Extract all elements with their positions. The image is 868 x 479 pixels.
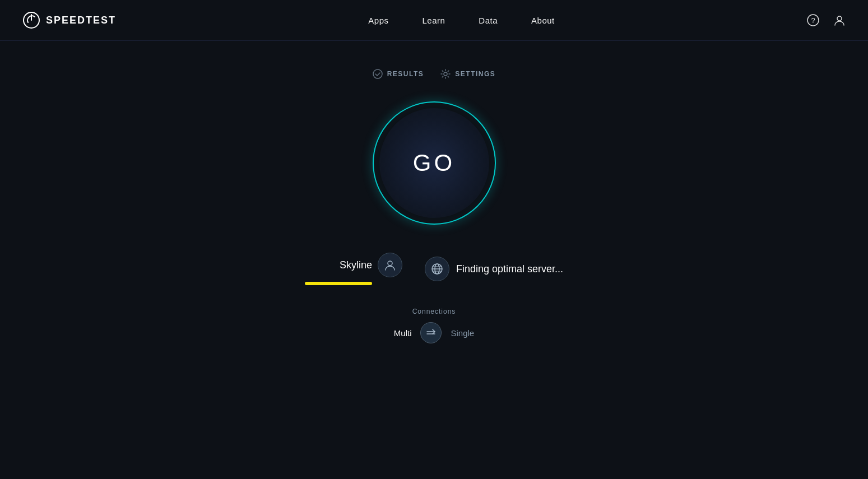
user-avatar-icon xyxy=(384,259,396,271)
settings-icon xyxy=(440,69,451,79)
isp-name: Skyline xyxy=(340,259,372,271)
speedtest-logo-icon xyxy=(22,11,40,29)
globe-icon xyxy=(431,263,443,275)
user-icon xyxy=(833,14,846,26)
connections-arrows-icon xyxy=(425,327,437,338)
results-button[interactable]: RESULTS xyxy=(373,69,424,79)
svg-point-6 xyxy=(388,261,392,266)
help-button[interactable]: ? xyxy=(807,14,819,26)
logo[interactable]: SPEEDTEST xyxy=(22,11,116,29)
results-icon xyxy=(373,69,383,79)
isp-yellow-bar xyxy=(305,282,372,285)
server-info: Skyline Finding xyxy=(305,253,563,285)
results-label: RESULTS xyxy=(387,70,424,78)
svg-point-4 xyxy=(373,69,382,78)
connections-toggle: Multi Single xyxy=(394,322,474,343)
nav-about[interactable]: About xyxy=(531,16,555,25)
settings-button[interactable]: SETTINGS xyxy=(440,69,495,79)
go-label: GO xyxy=(413,150,455,176)
user-button[interactable] xyxy=(833,14,846,26)
connections-section: Connections Multi Single xyxy=(394,308,474,343)
connections-label: Connections xyxy=(412,308,456,315)
svg-point-3 xyxy=(837,16,842,21)
nav-learn[interactable]: Learn xyxy=(422,16,445,25)
nav-apps[interactable]: Apps xyxy=(368,16,388,25)
svg-text:?: ? xyxy=(811,16,815,25)
nav-data[interactable]: Data xyxy=(479,16,498,25)
isp-name-row: Skyline xyxy=(340,253,402,277)
svg-point-5 xyxy=(444,72,447,76)
finding-server-text: Finding optimal server... xyxy=(456,263,563,275)
main-nav: Apps Learn Data About xyxy=(368,16,554,25)
header-actions: ? xyxy=(807,14,846,26)
settings-label: SETTINGS xyxy=(455,70,495,78)
server-section: Finding optimal server... xyxy=(425,257,563,281)
isp-section: Skyline xyxy=(305,253,402,285)
toolbar: RESULTS SETTINGS xyxy=(373,69,496,79)
logo-text: SPEEDTEST xyxy=(46,15,116,26)
go-button-wrapper[interactable]: GO xyxy=(373,101,496,225)
go-button[interactable]: GO xyxy=(379,108,489,218)
connections-multi[interactable]: Multi xyxy=(394,328,412,338)
isp-icon-circle xyxy=(378,253,402,277)
connections-single[interactable]: Single xyxy=(451,328,474,338)
connections-icon-circle[interactable] xyxy=(420,322,442,343)
help-icon: ? xyxy=(807,14,819,26)
server-icon-circle xyxy=(425,257,449,281)
